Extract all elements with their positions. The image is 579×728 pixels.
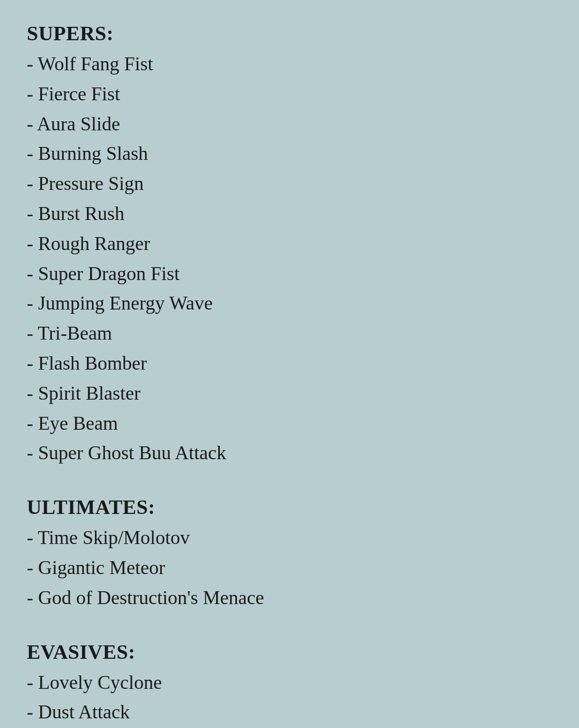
- page-content: SUPERS:- Wolf Fang Fist- Fierce Fist- Au…: [27, 21, 552, 727]
- list-item-supers-4: - Pressure Sign: [27, 169, 552, 199]
- list-item-supers-9: - Tri-Beam: [27, 319, 552, 349]
- section-header-evasives: EVASIVES:: [27, 640, 552, 664]
- section-supers: SUPERS:- Wolf Fang Fist- Fierce Fist- Au…: [27, 21, 552, 468]
- list-item-ultimates-1: - Gigantic Meteor: [27, 553, 552, 583]
- section-header-ultimates: ULTIMATES:: [27, 495, 552, 519]
- section-header-supers: SUPERS:: [27, 21, 552, 45]
- list-item-supers-1: - Fierce Fist: [27, 79, 552, 109]
- list-item-supers-13: - Super Ghost Buu Attack: [27, 438, 552, 468]
- list-item-ultimates-0: - Time Skip/Molotov: [27, 523, 552, 553]
- section-ultimates: ULTIMATES:- Time Skip/Molotov- Gigantic …: [27, 495, 552, 613]
- list-item-supers-6: - Rough Ranger: [27, 229, 552, 259]
- list-item-evasives-0: - Lovely Cyclone: [27, 668, 552, 698]
- list-item-ultimates-2: - God of Destruction's Menace: [27, 583, 552, 613]
- list-item-supers-11: - Spirit Blaster: [27, 379, 552, 409]
- list-item-supers-8: - Jumping Energy Wave: [27, 289, 552, 319]
- list-item-supers-10: - Flash Bomber: [27, 349, 552, 379]
- list-item-supers-3: - Burning Slash: [27, 139, 552, 169]
- list-item-supers-2: - Aura Slide: [27, 109, 552, 139]
- section-evasives: EVASIVES:- Lovely Cyclone- Dust Attack: [27, 640, 552, 728]
- list-item-supers-12: - Eye Beam: [27, 409, 552, 439]
- list-item-supers-0: - Wolf Fang Fist: [27, 49, 552, 79]
- list-item-evasives-1: - Dust Attack: [27, 697, 552, 727]
- list-item-supers-5: - Burst Rush: [27, 199, 552, 229]
- list-item-supers-7: - Super Dragon Fist: [27, 259, 552, 289]
